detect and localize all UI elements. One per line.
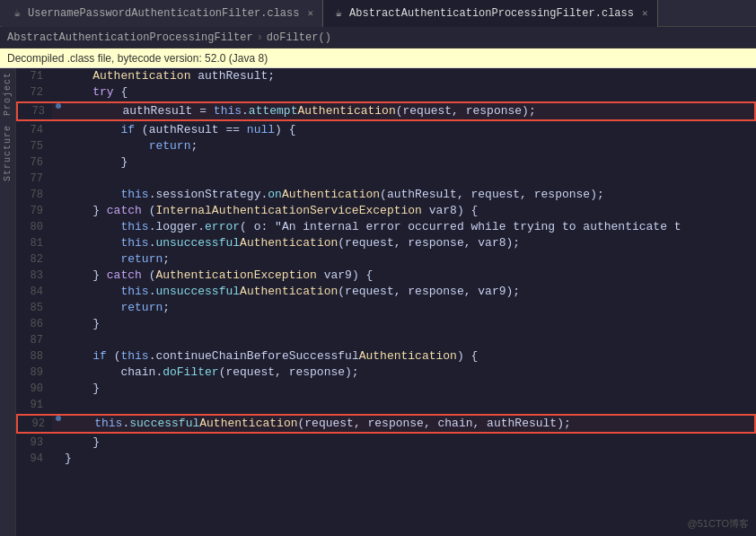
line-content-94: } (63, 451, 756, 467)
line-number-88: 88 (16, 348, 50, 365)
line-number-82: 82 (16, 251, 50, 268)
line-content-80: this.logger.error( o: "An internal error… (63, 219, 756, 235)
watermark: @51CTO博客 (688, 517, 749, 531)
line-number-87: 87 (16, 332, 50, 348)
java-icon-2: ☕ (332, 7, 345, 20)
code-line-94: 94} (16, 451, 756, 467)
tab-username-filter[interactable]: ☕ UsernamePasswordAuthenticationFilter.c… (2, 0, 323, 27)
code-line-72: 72 try { (16, 84, 756, 101)
code-line-87: 87 (16, 332, 756, 348)
code-line-74: 74 if (authResult == null) { (16, 122, 756, 138)
breakpoint-dot-73[interactable] (56, 103, 61, 109)
side-panel-left: Project Structure (0, 68, 16, 536)
line-number-76: 76 (16, 154, 50, 171)
breadcrumb-class[interactable]: AbstractAuthenticationProcessingFilter (7, 31, 253, 44)
line-number-90: 90 (16, 381, 50, 397)
code-line-90: 90 } (16, 381, 756, 397)
line-content-78: this.sessionStrategy.onAuthentication(au… (63, 187, 756, 203)
code-line-71: 71 Authentication authResult; (16, 68, 756, 84)
info-text: Decompiled .class file, bytecode version… (7, 52, 268, 65)
line-number-73: 73 (18, 103, 52, 119)
code-line-85: 85 return; (16, 300, 756, 316)
java-icon-1: ☕ (11, 7, 23, 20)
code-lines: 71 Authentication authResult;72 try {73 … (16, 68, 756, 467)
line-number-74: 74 (16, 122, 50, 138)
tab-label-1: UsernamePasswordAuthenticationFilter.cla… (28, 7, 299, 20)
info-bar: Decompiled .class file, bytecode version… (0, 48, 756, 68)
code-line-73: 73 authResult = this.attemptAuthenticati… (16, 101, 756, 121)
line-number-86: 86 (16, 316, 50, 332)
line-number-71: 71 (16, 68, 50, 84)
code-line-88: 88 if (this.continueChainBeforeSuccessfu… (16, 348, 756, 365)
line-number-84: 84 (16, 284, 50, 300)
line-content-82: return; (63, 251, 756, 268)
line-number-78: 78 (16, 187, 50, 203)
code-line-86: 86 } (16, 316, 756, 332)
code-line-82: 82 return; (16, 251, 756, 268)
tab-bar: ☕ UsernamePasswordAuthenticationFilter.c… (0, 0, 756, 27)
editor-container: Project Structure 71 Authentication auth… (0, 68, 756, 536)
line-content-73: authResult = this.attemptAuthentication(… (65, 103, 754, 119)
line-number-85: 85 (16, 300, 50, 316)
line-content-74: if (authResult == null) { (63, 122, 756, 138)
line-content-93: } (63, 435, 756, 451)
line-content-90: } (63, 381, 756, 397)
line-number-75: 75 (16, 138, 50, 154)
line-number-83: 83 (16, 268, 50, 284)
line-content-81: this.unsuccessfulAuthentication(request,… (63, 235, 756, 251)
code-line-92: 92 this.successfulAuthentication(request… (16, 414, 756, 434)
tab-label-2: AbstractAuthenticationProcessingFilter.c… (349, 7, 634, 20)
breakpoint-dot-92[interactable] (56, 416, 61, 421)
code-line-84: 84 this.unsuccessfulAuthentication(reque… (16, 284, 756, 300)
line-content-84: this.unsuccessfulAuthentication(request,… (63, 284, 756, 300)
line-number-92: 92 (18, 416, 52, 432)
line-content-79: } catch (InternalAuthenticationServiceEx… (63, 203, 756, 219)
line-number-91: 91 (16, 397, 50, 413)
breadcrumb-separator: › (257, 31, 263, 44)
breadcrumb: AbstractAuthenticationProcessingFilter ›… (0, 27, 756, 48)
line-content-76: } (63, 154, 756, 171)
code-line-83: 83 } catch (AuthenticationException var9… (16, 268, 756, 284)
code-line-75: 75 return; (16, 138, 756, 154)
code-line-77: 77 (16, 171, 756, 187)
line-gutter-73 (52, 103, 65, 109)
tab-abstract-filter[interactable]: ☕ AbstractAuthenticationProcessingFilter… (323, 0, 657, 27)
code-line-76: 76 } (16, 154, 756, 171)
line-content-88: if (this.continueChainBeforeSuccessfulAu… (63, 348, 756, 365)
line-number-81: 81 (16, 235, 50, 251)
tab-close-1[interactable]: ✕ (307, 7, 313, 19)
line-content-83: } catch (AuthenticationException var9) { (63, 268, 756, 284)
structure-panel-label[interactable]: Structure (3, 125, 13, 181)
line-number-72: 72 (16, 84, 50, 101)
code-line-89: 89 chain.doFilter(request, response); (16, 365, 756, 381)
tab-close-2[interactable]: ✕ (642, 7, 648, 19)
code-line-79: 79 } catch (InternalAuthenticationServic… (16, 203, 756, 219)
code-line-81: 81 this.unsuccessfulAuthentication(reque… (16, 235, 756, 251)
code-line-80: 80 this.logger.error( o: "An internal er… (16, 219, 756, 235)
code-line-78: 78 this.sessionStrategy.onAuthentication… (16, 187, 756, 203)
code-line-91: 91 (16, 397, 756, 413)
line-number-79: 79 (16, 203, 50, 219)
line-content-92: this.successfulAuthentication(request, r… (65, 416, 754, 432)
line-content-89: chain.doFilter(request, response); (63, 365, 756, 381)
line-content-85: return; (63, 300, 756, 316)
line-number-77: 77 (16, 171, 50, 187)
project-panel-label[interactable]: Project (3, 72, 13, 116)
line-content-86: } (63, 316, 756, 332)
line-number-89: 89 (16, 365, 50, 381)
line-content-71: Authentication authResult; (63, 68, 756, 84)
line-content-75: return; (63, 138, 756, 154)
line-number-80: 80 (16, 219, 50, 235)
line-content-72: try { (63, 84, 756, 101)
code-line-93: 93 } (16, 435, 756, 451)
breadcrumb-method[interactable]: doFilter() (267, 31, 331, 44)
code-area: 71 Authentication authResult;72 try {73 … (16, 68, 756, 536)
line-number-94: 94 (16, 451, 50, 467)
line-number-93: 93 (16, 435, 50, 451)
line-gutter-92 (52, 416, 65, 421)
